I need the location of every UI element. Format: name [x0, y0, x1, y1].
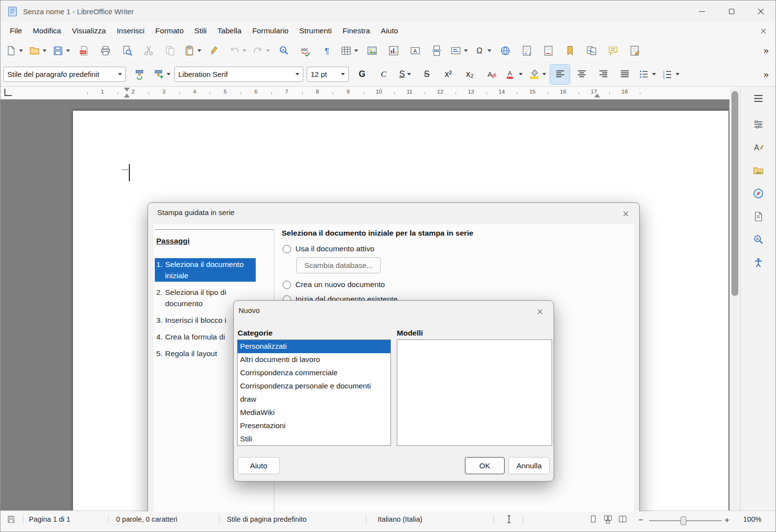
- menu-strumenti[interactable]: Strumenti: [294, 24, 337, 37]
- wizard-close-button[interactable]: [618, 207, 633, 220]
- category-item[interactable]: Corrispondenza commerciale: [238, 366, 390, 380]
- insert-cross-reference-button[interactable]: [582, 41, 601, 60]
- chevron-down-icon[interactable]: [266, 49, 270, 52]
- highlight-color-button[interactable]: [527, 65, 548, 84]
- find-replace-button[interactable]: a: [274, 41, 293, 60]
- font-color-button[interactable]: A: [503, 65, 525, 84]
- strikethrough-button[interactable]: S: [417, 65, 436, 84]
- undo-button[interactable]: [227, 41, 248, 60]
- print-preview-button[interactable]: [117, 41, 137, 60]
- categories-listbox[interactable]: PersonalizzatiAltri documenti di lavoroC…: [237, 339, 391, 446]
- tab-stop-selector[interactable]: [4, 89, 12, 96]
- insert-chart-button[interactable]: [384, 41, 403, 60]
- save-status-icon[interactable]: [6, 514, 17, 525]
- language-indicator[interactable]: Italiano (Italia): [378, 515, 422, 523]
- minimize-button[interactable]: [687, 0, 717, 23]
- align-left-button[interactable]: [550, 65, 570, 84]
- menu-modifica[interactable]: Modifica: [27, 24, 67, 37]
- templates-listbox[interactable]: [397, 339, 552, 446]
- insert-table-button[interactable]: [339, 41, 360, 60]
- save-button[interactable]: [50, 41, 72, 60]
- menu-formato[interactable]: Formato: [150, 24, 189, 37]
- left-indent-marker[interactable]: [124, 94, 130, 97]
- align-justify-button[interactable]: [615, 65, 634, 84]
- italic-button[interactable]: C: [374, 65, 393, 84]
- chevron-down-icon[interactable]: [295, 73, 299, 75]
- menu-formulario[interactable]: Formulario: [247, 24, 294, 37]
- cut-button[interactable]: [139, 41, 158, 60]
- chevron-down-icon[interactable]: [167, 73, 170, 75]
- spellcheck-button[interactable]: abc: [295, 41, 315, 60]
- category-item[interactable]: Altri documenti di lavoro: [238, 353, 390, 366]
- chevron-down-icon[interactable]: [19, 49, 23, 52]
- menu-aiuto[interactable]: Aiuto: [375, 24, 403, 37]
- chevron-down-icon[interactable]: [652, 73, 656, 75]
- chevron-down-icon[interactable]: [43, 49, 47, 52]
- chevron-down-icon[interactable]: [487, 49, 491, 52]
- insert-image-button[interactable]: [362, 41, 382, 60]
- paste-button[interactable]: [182, 41, 203, 60]
- insert-hyperlink-button[interactable]: [495, 41, 515, 60]
- align-right-button[interactable]: [593, 65, 613, 84]
- formatting-marks-button[interactable]: ¶: [317, 41, 337, 60]
- insert-textbox-button[interactable]: A: [405, 41, 425, 60]
- bullet-list-button[interactable]: [636, 65, 658, 84]
- wizard-step-1[interactable]: 1.Seleziona il documento iniziale: [155, 258, 256, 282]
- chevron-down-icon[interactable]: [66, 49, 70, 52]
- numbered-list-button[interactable]: 123: [660, 65, 681, 84]
- menu-tabella[interactable]: Tabella: [212, 24, 247, 37]
- menu-visualizza[interactable]: Visualizza: [67, 24, 112, 37]
- close-document-button[interactable]: [757, 25, 770, 37]
- titlebar[interactable]: Senza nome 1 - LibreOffice Writer: [0, 0, 776, 23]
- zoom-slider-thumb[interactable]: [680, 516, 686, 525]
- category-item[interactable]: Corrispondenza personale e documenti: [238, 380, 390, 393]
- insert-page-break-button[interactable]: [427, 41, 446, 60]
- clone-formatting-button[interactable]: [205, 41, 225, 60]
- insert-comment-button[interactable]: [603, 41, 623, 60]
- track-changes-button[interactable]: [625, 41, 644, 60]
- word-count-indicator[interactable]: 0 parole, 0 caratteri: [116, 515, 177, 523]
- insert-footnote-button[interactable]: 1: [517, 41, 536, 60]
- print-button[interactable]: [96, 41, 115, 60]
- chevron-down-icon[interactable]: [197, 49, 201, 52]
- category-item[interactable]: draw: [238, 393, 390, 406]
- vertical-scrollbar[interactable]: [729, 88, 740, 510]
- chevron-down-icon[interactable]: [118, 73, 122, 75]
- exchange-database-button[interactable]: Scambia database...: [296, 257, 381, 273]
- toolbar-overflow-button[interactable]: »: [763, 69, 769, 80]
- multi-page-view-button[interactable]: [603, 514, 614, 525]
- ok-button[interactable]: OK: [465, 457, 505, 474]
- menu-stili[interactable]: Stili: [189, 24, 212, 37]
- chevron-down-icon[interactable]: [354, 49, 358, 52]
- zoom-out-button[interactable]: −: [638, 515, 643, 525]
- insert-endnote-button[interactable]: i: [538, 41, 558, 60]
- style-inspector-button[interactable]: A: [748, 231, 769, 250]
- chevron-down-icon[interactable]: [242, 49, 246, 52]
- radio-icon[interactable]: [283, 245, 291, 253]
- first-line-indent-marker[interactable]: [124, 88, 130, 92]
- properties-button[interactable]: [748, 116, 769, 135]
- zoom-level[interactable]: 100%: [743, 515, 761, 523]
- font-size-combobox[interactable]: 12 pt: [307, 67, 349, 82]
- subscript-button[interactable]: x₂: [460, 65, 480, 84]
- radio-use-current-document[interactable]: Usa il documento attivo: [283, 244, 374, 253]
- align-center-button[interactable]: [572, 65, 591, 84]
- page-number-indicator[interactable]: Pagina 1 di 1: [29, 515, 71, 523]
- category-item[interactable]: Personalizzati: [238, 340, 390, 353]
- chevron-down-icon[interactable]: [464, 49, 468, 52]
- superscript-button[interactable]: x²: [438, 65, 458, 84]
- scrollbar-thumb[interactable]: [731, 91, 738, 296]
- paragraph-style-combobox[interactable]: Stile del paragrafo predefinit: [3, 67, 126, 82]
- menu-finestra[interactable]: Finestra: [337, 24, 375, 37]
- maximize-button[interactable]: [717, 0, 746, 23]
- insert-special-character-button[interactable]: Ω: [472, 41, 493, 60]
- menu-inserisci[interactable]: Inserisci: [111, 24, 150, 37]
- sidebar-settings-button[interactable]: [748, 90, 769, 109]
- close-window-button[interactable]: [746, 0, 776, 23]
- underline-button[interactable]: S: [395, 65, 415, 84]
- open-button[interactable]: [27, 41, 48, 60]
- chevron-down-icon[interactable]: [542, 73, 546, 75]
- clear-formatting-button[interactable]: A: [482, 65, 501, 84]
- chevron-down-icon[interactable]: [341, 73, 345, 75]
- category-item[interactable]: Presentazioni: [238, 419, 390, 432]
